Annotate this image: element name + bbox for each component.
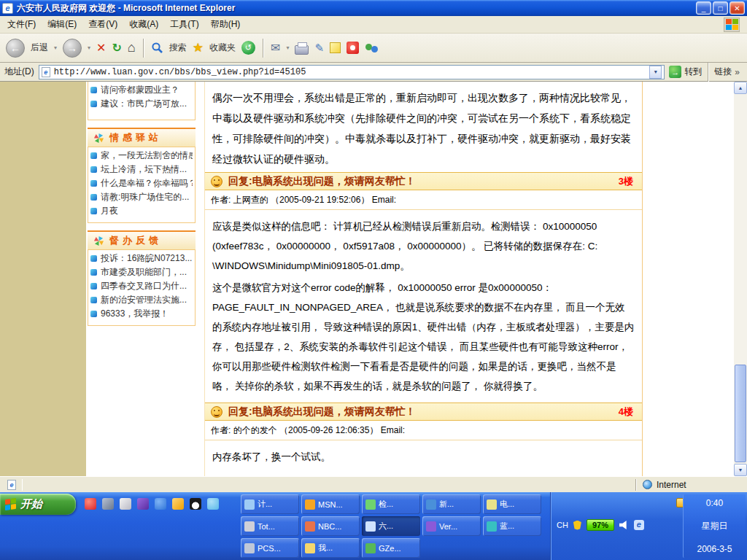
sidebar-link[interactable]: 新的治安管理法实施... — [90, 293, 193, 307]
menu-tools[interactable]: 工具(T) — [170, 18, 198, 31]
taskbar-button[interactable]: 蓝... — [483, 516, 541, 536]
page-icon: e — [42, 67, 50, 77]
bullet-icon — [90, 87, 97, 93]
taskbar-button[interactable]: NBC... — [301, 516, 360, 536]
scroll-down-button[interactable]: ▼ — [734, 464, 747, 476]
address-input[interactable]: e http://www.luan.gov.cn/bbs/bbs_view.ph… — [39, 65, 665, 79]
messenger-icon[interactable] — [365, 42, 379, 54]
menu-help[interactable]: 帮助(H) — [211, 18, 241, 31]
stop-icon[interactable]: ✕ — [96, 42, 106, 54]
sidebar-link[interactable]: 家，一段无法割舍的情感 — [90, 149, 193, 163]
menu-edit[interactable]: 编辑(E) — [47, 18, 77, 31]
back-dropdown-icon[interactable]: ▾ — [54, 44, 57, 51]
back-icon[interactable]: ← — [6, 39, 25, 58]
sidebar-link[interactable]: 请教:明珠广场住宅的... — [90, 190, 193, 204]
taskbar-button[interactable]: MSN... — [301, 494, 360, 514]
search-label[interactable]: 搜索 — [169, 42, 187, 54]
menu-view[interactable]: 查看(V) — [88, 18, 117, 31]
tray-icon-row: CH 97% e — [557, 519, 644, 531]
sidebar-link[interactable]: 市建委及职能部门，... — [90, 265, 193, 279]
forward-icon[interactable]: → — [63, 39, 82, 58]
shield-icon[interactable] — [573, 521, 581, 530]
mail-icon[interactable]: ✉ — [271, 41, 280, 55]
taskbar-button-active[interactable]: 六... — [362, 516, 420, 536]
menu-favorites[interactable]: 收藏(A) — [129, 18, 158, 31]
minimize-button[interactable]: _ — [696, 1, 711, 15]
taskbar-button[interactable]: Tot... — [241, 516, 299, 536]
refresh-icon[interactable]: ↻ — [112, 42, 121, 54]
bullet-icon — [90, 166, 97, 173]
history-icon[interactable]: ↺ — [241, 41, 255, 55]
taskbar-button[interactable]: 新... — [422, 494, 481, 514]
sidebar-link[interactable]: 坛上冷清，坛下热情... — [90, 163, 193, 176]
forward-dropdown-icon[interactable]: ▾ — [88, 44, 90, 51]
favorites-icon[interactable]: ★ — [193, 40, 204, 55]
taskbar-button-label: GZe... — [379, 544, 401, 553]
ie-icon[interactable]: e — [2, 3, 13, 14]
home-icon[interactable]: ⌂ — [128, 40, 136, 55]
quick-launch-icon[interactable] — [172, 498, 184, 510]
scrollbar-thumb[interactable] — [735, 365, 746, 462]
browser-toolbar: ← 后退 ▾ → ▾ ✕ ↻ ⌂ 搜索 ★ 收藏夹 ↺ ✉ ▾ ✎ — [0, 34, 747, 63]
app-icon — [365, 521, 376, 532]
maximize-button[interactable]: □ — [713, 1, 728, 15]
taskbar-button[interactable]: PCS... — [241, 538, 299, 558]
qq-icon[interactable] — [347, 42, 359, 54]
discuss-icon[interactable] — [330, 42, 341, 53]
taskbar-button[interactable]: 检... — [362, 494, 420, 514]
status-page-icon-cell: e — [1, 480, 22, 490]
edit-icon[interactable]: ✎ — [314, 42, 324, 55]
history-glyph: ↺ — [245, 43, 252, 52]
mail-dropdown-icon[interactable]: ▾ — [286, 44, 289, 51]
sidebar-link[interactable]: 投诉：16路皖N07213... — [90, 252, 193, 265]
language-indicator[interactable]: CH — [557, 521, 568, 529]
sidebar-box-top: 请问帝都蒙园业主？ 建议：市民广场可放... — [88, 82, 196, 120]
print-icon[interactable] — [295, 45, 309, 55]
links-button[interactable]: 链接 » — [714, 66, 743, 78]
forum-sidebar: 请问帝都蒙园业主？ 建议：市民广场可放... 情感驿站 家，一段无法割舍的情感 … — [88, 82, 196, 326]
sidebar-link[interactable]: 请问帝都蒙园业主？ — [90, 83, 193, 97]
start-button[interactable]: 开始 — [0, 494, 76, 515]
go-button[interactable]: → 转到 — [669, 66, 702, 78]
close-button[interactable]: ✕ — [729, 1, 745, 15]
sidebar-link[interactable]: 四季春交叉路口为什... — [90, 279, 193, 293]
tray-ie-icon[interactable]: e — [634, 520, 644, 530]
search-icon[interactable] — [151, 42, 163, 54]
volume-icon[interactable] — [619, 521, 629, 529]
battery-indicator[interactable]: 97% — [587, 519, 614, 531]
vertical-scrollbar[interactable]: ▲ ▼ — [734, 82, 747, 476]
back-label[interactable]: 后退 — [31, 42, 48, 54]
taskbar-button[interactable]: 我... — [301, 538, 360, 558]
sidebar-link[interactable]: 月夜 — [90, 204, 193, 218]
quick-launch-icon[interactable] — [120, 498, 131, 510]
address-divider — [708, 63, 708, 82]
sidebar-link[interactable]: 建议：市民广场可放... — [90, 97, 193, 111]
section-title: 督办反馈 — [109, 234, 162, 247]
quick-launch-icon[interactable] — [137, 498, 149, 510]
tray-clock[interactable]: 0:40 星期日 2006-3-5 — [683, 494, 746, 558]
taskbar-button[interactable]: GZe... — [362, 538, 420, 558]
quick-launch-icon[interactable] — [85, 498, 96, 510]
taskbar-button-label: 六... — [379, 521, 393, 532]
app-icon — [244, 543, 255, 553]
sidebar-link[interactable]: 96333，我举报！ — [90, 307, 193, 321]
quick-launch-icon[interactable] — [155, 498, 166, 510]
taskbar-button[interactable]: 计... — [241, 494, 299, 514]
quick-launch-icon[interactable] — [102, 498, 114, 510]
scroll-up-button[interactable]: ▲ — [734, 82, 747, 94]
sidebar-link[interactable]: 什么是幸福？你幸福吗？ — [90, 176, 193, 190]
sidebar-link-label: 月夜 — [101, 205, 118, 217]
quick-launch-icon[interactable] — [190, 498, 201, 510]
dropdown-glyph: ▾ — [654, 69, 657, 75]
quick-launch-icon[interactable] — [207, 498, 219, 510]
taskbar-button-label: MSN... — [318, 500, 343, 509]
favorites-label[interactable]: 收藏夹 — [209, 42, 236, 54]
menu-file[interactable]: 文件(F) — [7, 18, 36, 31]
reply-title: 回复:电脑系统出现问题，烦请网友帮忙！ — [228, 405, 613, 419]
reply-body-3: 应该是类似这样的信息吧： 计算机已经从检测错误后重新启动。检测错误： 0x100… — [205, 210, 642, 402]
address-dropdown-icon[interactable]: ▾ — [649, 66, 662, 79]
taskbar-button-label: 新... — [439, 499, 454, 510]
taskbar-button[interactable]: Ver... — [422, 516, 481, 536]
address-url[interactable]: http://www.luan.gov.cn/bbs/bbs_view.php?… — [54, 67, 306, 77]
taskbar-button[interactable]: 电... — [483, 494, 541, 514]
